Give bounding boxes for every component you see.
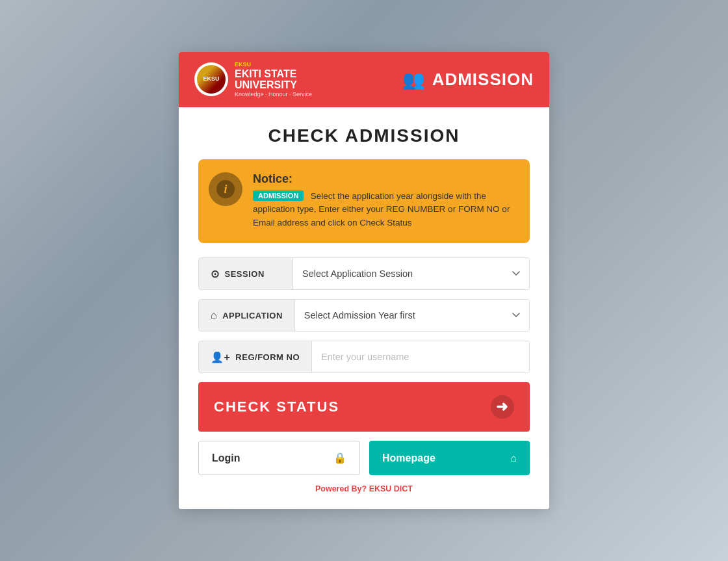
- notice-content: Notice: ADMISSION Select the application…: [253, 172, 517, 231]
- notice-badge: ADMISSION: [253, 190, 304, 201]
- lock-icon: 🔒: [333, 452, 346, 464]
- clock-icon: ⊙: [211, 268, 220, 280]
- reg-form-row: 👤+ REG/FORM NO: [198, 341, 530, 373]
- svg-text:i: i: [224, 183, 227, 196]
- admission-icon: 👥: [402, 69, 426, 90]
- login-button[interactable]: Login 🔒: [198, 441, 360, 475]
- page-center: EKSU EKSU EKITI STATEUNIVERSITY Knowledg…: [0, 0, 728, 561]
- application-label: ⌂ APPLICATION: [199, 300, 295, 331]
- logo-tagline: Knowledge · Honour · Service: [235, 91, 312, 98]
- session-select[interactable]: Select Application Session: [293, 258, 529, 289]
- check-status-button[interactable]: CHECK STATUS ➜: [198, 382, 530, 432]
- notice-title: Notice:: [253, 172, 517, 186]
- session-label: ⊙ SESSION: [199, 258, 293, 289]
- home-icon: ⌂: [211, 309, 217, 321]
- university-name: EKITI STATEUNIVERSITY: [235, 68, 312, 91]
- logo-text: EKSU EKITI STATEUNIVERSITY Knowledge · H…: [235, 61, 312, 98]
- check-status-arrow-icon: ➜: [491, 395, 514, 419]
- logo-inner: EKSU: [197, 65, 226, 94]
- bottom-buttons: Login 🔒 Homepage ⌂: [198, 441, 530, 475]
- logo-eksu: EKSU: [203, 76, 219, 83]
- card-header: EKSU EKSU EKITI STATEUNIVERSITY Knowledg…: [179, 52, 549, 107]
- powered-by-text: Powered By?: [315, 484, 367, 493]
- notice-box: i Notice: ADMISSION Select the applicati…: [198, 159, 530, 244]
- login-label: Login: [212, 452, 240, 464]
- main-card: EKSU EKSU EKITI STATEUNIVERSITY Knowledg…: [179, 52, 549, 510]
- notice-body: ADMISSION Select the application year al…: [253, 190, 517, 231]
- check-status-label: CHECK STATUS: [214, 398, 339, 415]
- homepage-label: Homepage: [382, 452, 436, 464]
- card-body: CHECK ADMISSION i Notice: ADMISSION Sele…: [179, 107, 549, 510]
- logo-area: EKSU EKSU EKITI STATEUNIVERSITY Knowledg…: [194, 61, 312, 98]
- brand-name: EKSU DICT: [369, 484, 413, 493]
- header-title: 👥 ADMISSION: [402, 69, 534, 90]
- home-nav-icon: ⌂: [510, 452, 517, 464]
- session-select-wrap: Select Application Session: [293, 258, 529, 289]
- logo-badge: EKSU: [194, 62, 228, 96]
- reg-input[interactable]: [312, 341, 529, 372]
- application-select-wrap: Select Admission Year first: [295, 300, 529, 331]
- notice-icon: i: [209, 172, 242, 206]
- homepage-button[interactable]: Homepage ⌂: [369, 441, 530, 475]
- header-title-text: ADMISSION: [432, 70, 534, 90]
- footer: Powered By? EKSU DICT: [198, 484, 530, 493]
- page-title: CHECK ADMISSION: [198, 125, 530, 146]
- user-plus-icon: 👤+: [211, 351, 230, 363]
- reg-label: 👤+ REG/FORM NO: [199, 341, 312, 372]
- application-row: ⌂ APPLICATION Select Admission Year firs…: [198, 299, 530, 332]
- reg-input-wrap: [312, 341, 529, 372]
- application-select[interactable]: Select Admission Year first: [295, 300, 529, 331]
- logo-eksu-label: EKSU: [235, 61, 312, 68]
- session-row: ⊙ SESSION Select Application Session: [198, 257, 530, 290]
